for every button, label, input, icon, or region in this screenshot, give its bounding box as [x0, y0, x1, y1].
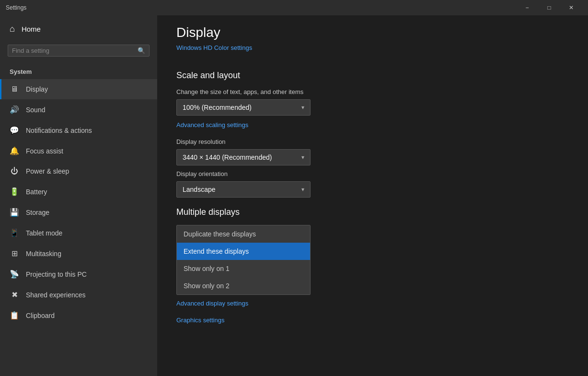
multiple-displays-dropdown[interactable]: Duplicate these displays Extend these di… [176, 225, 311, 295]
multitasking-icon: ⊞ [10, 249, 19, 258]
clipboard-icon: 📋 [10, 311, 19, 320]
shared-icon: ✖ [10, 290, 19, 299]
multiple-displays-title: Multiple displays [176, 207, 569, 217]
storage-icon: 💾 [10, 208, 19, 217]
main-content: Display Windows HD Color settings Scale … [157, 15, 588, 376]
search-input[interactable] [12, 47, 138, 54]
sound-icon: 🔊 [10, 105, 19, 114]
sidebar-item-projecting[interactable]: 📡 Projecting to this PC [0, 264, 157, 284]
graphics-link[interactable]: Graphics settings [176, 317, 569, 324]
sidebar-item-label-storage: Storage [26, 209, 49, 216]
sidebar-item-clipboard[interactable]: 📋 Clipboard [0, 305, 157, 326]
resolution-dropdown[interactable]: 3440 × 1440 (Recommended) ▾ [176, 149, 311, 165]
scale-dropdown-value: 100% (Recommended) [183, 104, 252, 111]
sidebar-item-label-multitasking: Multitasking [26, 250, 61, 258]
search-icon: 🔍 [138, 47, 145, 54]
sidebar-item-label-notifications: Notifications & actions [26, 127, 92, 134]
resolution-label: Display resolution [176, 138, 569, 145]
option-duplicate[interactable]: Duplicate these displays [177, 225, 310, 243]
sidebar-item-multitasking[interactable]: ⊞ Multitasking [0, 243, 157, 264]
sidebar-item-label-shared: Shared experiences [26, 291, 86, 299]
sidebar-item-label-battery: Battery [26, 188, 47, 196]
sidebar-item-tablet[interactable]: 📱 Tablet mode [0, 223, 157, 243]
orientation-label: Display orientation [176, 170, 569, 177]
option-extend[interactable]: Extend these displays [177, 243, 310, 260]
sidebar-item-label-sound: Sound [26, 106, 45, 114]
focus-icon: 🔔 [10, 146, 19, 155]
orientation-dropdown[interactable]: Landscape ▾ [176, 181, 311, 198]
sidebar-item-label-projecting: Projecting to this PC [26, 270, 87, 278]
sidebar-item-display[interactable]: 🖥 Display [0, 79, 157, 99]
app-title: Settings [6, 4, 516, 11]
app-body: ⌂ Home 🔍 System 🖥 Display 🔊 Sound 💬 Noti… [0, 15, 588, 376]
option-show2[interactable]: Show only on 2 [177, 277, 310, 294]
display-icon: 🖥 [10, 85, 19, 94]
battery-icon: 🔋 [10, 187, 19, 196]
maximize-button[interactable]: □ [538, 0, 560, 15]
sidebar-item-storage[interactable]: 💾 Storage [0, 202, 157, 223]
notifications-icon: 💬 [10, 126, 19, 135]
close-button[interactable]: ✕ [560, 0, 582, 15]
advanced-display-link[interactable]: Advanced display settings [176, 300, 569, 307]
sidebar-item-notifications[interactable]: 💬 Notifications & actions [0, 120, 157, 141]
multiple-displays-section: Multiple displays Duplicate these displa… [176, 207, 569, 295]
resolution-dropdown-value: 3440 × 1440 (Recommended) [183, 153, 272, 161]
sidebar-section-label: System [0, 64, 157, 79]
advanced-scaling-link[interactable]: Advanced scaling settings [176, 121, 248, 129]
scale-dropdown-arrow: ▾ [301, 104, 304, 111]
home-icon: ⌂ [10, 24, 15, 34]
option-show1[interactable]: Show only on 1 [177, 260, 310, 277]
sidebar-item-shared[interactable]: ✖ Shared experiences [0, 284, 157, 305]
sidebar-item-battery[interactable]: 🔋 Battery [0, 181, 157, 202]
sidebar: ⌂ Home 🔍 System 🖥 Display 🔊 Sound 💬 Noti… [0, 15, 157, 376]
scale-label: Change the size of text, apps, and other… [176, 88, 569, 95]
page-title: Display [176, 25, 569, 40]
projecting-icon: 📡 [10, 270, 19, 279]
sidebar-item-label-tablet: Tablet mode [26, 229, 62, 237]
power-icon: ⏻ [10, 167, 19, 176]
tablet-icon: 📱 [10, 228, 19, 237]
sidebar-item-label-focus: Focus assist [26, 147, 63, 155]
sidebar-item-power[interactable]: ⏻ Power & sleep [0, 161, 157, 181]
home-nav-item[interactable]: ⌂ Home [0, 15, 157, 43]
sidebar-item-label-clipboard: Clipboard [26, 312, 55, 319]
orientation-dropdown-arrow: ▾ [301, 186, 304, 193]
resolution-dropdown-arrow: ▾ [301, 154, 304, 161]
sidebar-item-label-power: Power & sleep [26, 167, 69, 175]
sidebar-item-label-display: Display [26, 85, 48, 93]
scale-dropdown[interactable]: 100% (Recommended) ▾ [176, 99, 311, 116]
window-controls: − □ ✕ [516, 0, 582, 15]
title-bar: Settings − □ ✕ [0, 0, 588, 15]
sidebar-item-focus[interactable]: 🔔 Focus assist [0, 141, 157, 161]
search-box[interactable]: 🔍 [8, 45, 150, 57]
scale-section-title: Scale and layout [176, 70, 569, 81]
sidebar-item-sound[interactable]: 🔊 Sound [0, 99, 157, 120]
minimize-button[interactable]: − [516, 0, 538, 15]
hd-color-link[interactable]: Windows HD Color settings [176, 44, 252, 51]
home-label: Home [22, 25, 41, 33]
orientation-dropdown-value: Landscape [183, 186, 216, 193]
